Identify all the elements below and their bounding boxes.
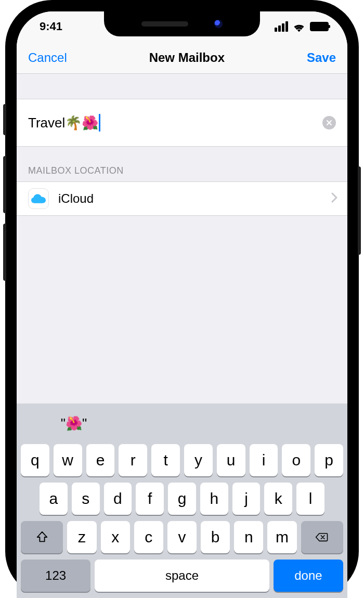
key-t[interactable]: t bbox=[151, 444, 180, 476]
key-o[interactable]: o bbox=[282, 444, 310, 476]
save-button[interactable]: Save bbox=[307, 50, 336, 65]
mailbox-name-value: Travel🌴🌺 bbox=[28, 115, 98, 131]
key-h[interactable]: h bbox=[200, 483, 228, 515]
cancel-button[interactable]: Cancel bbox=[28, 50, 67, 65]
key-j[interactable]: j bbox=[232, 483, 261, 515]
device-notch bbox=[104, 11, 260, 36]
backspace-icon bbox=[315, 530, 329, 544]
status-time: 9:41 bbox=[40, 20, 62, 33]
key-x[interactable]: x bbox=[101, 521, 130, 553]
key-b[interactable]: b bbox=[201, 521, 230, 553]
key-i[interactable]: i bbox=[250, 444, 278, 476]
key-m[interactable]: m bbox=[267, 521, 296, 553]
key-d[interactable]: d bbox=[104, 483, 132, 515]
chevron-right-icon bbox=[331, 192, 338, 205]
key-row-2: a s d f g h j k l bbox=[21, 483, 343, 515]
prediction-1[interactable]: "🌺" bbox=[20, 415, 128, 432]
key-row-3: z x c v b n m bbox=[21, 521, 343, 553]
text-caret bbox=[99, 114, 100, 132]
wifi-icon bbox=[292, 21, 306, 32]
nav-title: New Mailbox bbox=[149, 50, 225, 65]
key-r[interactable]: r bbox=[119, 444, 147, 476]
numbers-key[interactable]: 123 bbox=[21, 560, 90, 592]
key-n[interactable]: n bbox=[234, 521, 263, 553]
key-l[interactable]: l bbox=[296, 483, 324, 515]
keyboard: "🌺" q w e r t y u i o p a s d bbox=[17, 404, 347, 598]
key-y[interactable]: y bbox=[184, 444, 213, 476]
x-icon bbox=[326, 120, 332, 126]
shift-key[interactable] bbox=[21, 521, 63, 553]
key-c[interactable]: c bbox=[134, 521, 163, 553]
battery-icon bbox=[310, 22, 329, 31]
key-p[interactable]: p bbox=[315, 444, 343, 476]
key-f[interactable]: f bbox=[136, 483, 164, 515]
key-e[interactable]: e bbox=[86, 444, 115, 476]
space-key[interactable]: space bbox=[95, 560, 269, 592]
key-row-4: 123 space done bbox=[21, 560, 343, 592]
icloud-icon bbox=[28, 188, 49, 209]
mailbox-name-field[interactable]: Travel🌴🌺 bbox=[17, 99, 347, 147]
section-gap bbox=[17, 74, 347, 99]
prediction-bar: "🌺" bbox=[20, 409, 344, 438]
key-u[interactable]: u bbox=[217, 444, 245, 476]
clear-text-button[interactable] bbox=[322, 116, 336, 129]
key-a[interactable]: a bbox=[40, 483, 68, 515]
key-v[interactable]: v bbox=[167, 521, 197, 553]
nav-bar: Cancel New Mailbox Save bbox=[17, 42, 347, 74]
backspace-key[interactable] bbox=[301, 521, 343, 553]
key-g[interactable]: g bbox=[168, 483, 196, 515]
mailbox-location-row[interactable]: iCloud bbox=[17, 181, 347, 216]
cellular-signal-icon bbox=[275, 21, 288, 32]
key-w[interactable]: w bbox=[54, 444, 82, 476]
key-z[interactable]: z bbox=[67, 521, 96, 553]
mailbox-location-header: MAILBOX LOCATION bbox=[17, 147, 347, 181]
key-s[interactable]: s bbox=[72, 483, 100, 515]
return-key[interactable]: done bbox=[274, 560, 343, 592]
key-k[interactable]: k bbox=[264, 483, 292, 515]
mailbox-location-name: iCloud bbox=[58, 191, 331, 206]
key-row-1: q w e r t y u i o p bbox=[21, 444, 343, 476]
key-q[interactable]: q bbox=[21, 444, 49, 476]
shift-icon bbox=[35, 530, 49, 544]
